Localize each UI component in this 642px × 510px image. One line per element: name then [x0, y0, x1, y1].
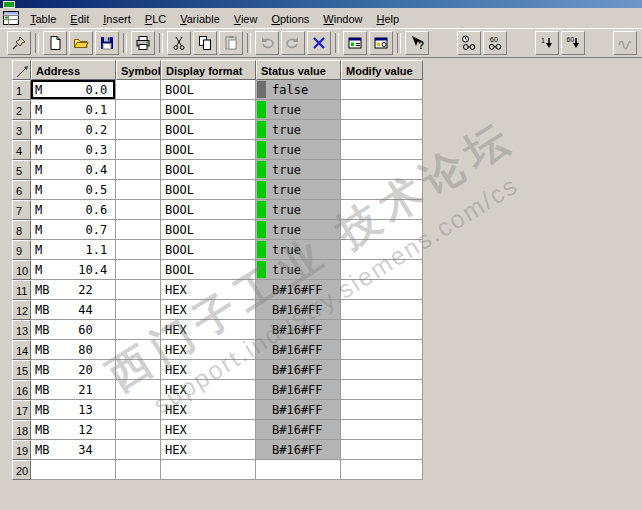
- row-number[interactable]: 7: [12, 200, 31, 220]
- symbol-cell[interactable]: [116, 360, 161, 380]
- address-cell[interactable]: M 0.5: [31, 180, 116, 200]
- column-header-symbol[interactable]: Symbol: [116, 60, 161, 80]
- display-format-cell[interactable]: BOOL: [161, 80, 256, 100]
- symbol-cell[interactable]: [116, 160, 161, 180]
- row-number[interactable]: 19: [12, 440, 31, 460]
- modify-value-cell[interactable]: [341, 440, 423, 460]
- display-format-cell[interactable]: BOOL: [161, 240, 256, 260]
- status-value-cell[interactable]: B#16#FF: [256, 420, 341, 440]
- column-header-display-format[interactable]: Display format: [161, 60, 256, 80]
- row-number[interactable]: 20: [12, 460, 31, 480]
- status-value-cell[interactable]: B#16#FF: [256, 400, 341, 420]
- symbol-cell[interactable]: [116, 240, 161, 260]
- status-value-cell[interactable]: true: [256, 120, 341, 140]
- row-number[interactable]: 8: [12, 220, 31, 240]
- status-value-cell[interactable]: B#16#FF: [256, 320, 341, 340]
- symbol-cell[interactable]: [116, 340, 161, 360]
- address-cell[interactable]: M 0.2: [31, 120, 116, 140]
- display-format-cell[interactable]: HEX: [161, 420, 256, 440]
- row-number[interactable]: 5: [12, 160, 31, 180]
- row-number[interactable]: 4: [12, 140, 31, 160]
- address-cell[interactable]: [31, 460, 116, 480]
- symbol-cell[interactable]: [116, 320, 161, 340]
- row-number[interactable]: 10: [12, 260, 31, 280]
- trigger-window-button[interactable]: [369, 31, 393, 55]
- modify-value-cell[interactable]: [341, 280, 423, 300]
- display-format-cell[interactable]: BOOL: [161, 160, 256, 180]
- display-format-cell[interactable]: BOOL: [161, 140, 256, 160]
- modify-value-cell[interactable]: [341, 100, 423, 120]
- status-value-cell[interactable]: true: [256, 260, 341, 280]
- new-button[interactable]: [43, 31, 67, 55]
- address-cell[interactable]: MB 13: [31, 400, 116, 420]
- symbol-cell[interactable]: [116, 440, 161, 460]
- symbol-cell[interactable]: [116, 100, 161, 120]
- pin-button[interactable]: [7, 31, 31, 55]
- row-number[interactable]: 11: [12, 280, 31, 300]
- status-value-cell[interactable]: B#16#FF: [256, 300, 341, 320]
- modify-value-cell[interactable]: [341, 160, 423, 180]
- modify-value-cell[interactable]: [341, 200, 423, 220]
- symbol-cell[interactable]: [116, 220, 161, 240]
- display-format-cell[interactable]: HEX: [161, 340, 256, 360]
- cut-button[interactable]: [167, 31, 191, 55]
- symbol-cell[interactable]: [116, 280, 161, 300]
- status-value-cell[interactable]: true: [256, 100, 341, 120]
- column-header-address[interactable]: Address: [31, 60, 116, 80]
- vat-window-icon[interactable]: [3, 11, 19, 25]
- row-number[interactable]: 17: [12, 400, 31, 420]
- modify-value-cell[interactable]: [341, 360, 423, 380]
- status-value-cell[interactable]: B#16#FF: [256, 380, 341, 400]
- address-cell[interactable]: M 10.4: [31, 260, 116, 280]
- row-number[interactable]: 12: [12, 300, 31, 320]
- status-value-cell[interactable]: B#16#FF: [256, 280, 341, 300]
- monitor-once-button[interactable]: [457, 31, 481, 55]
- address-cell[interactable]: MB 60: [31, 320, 116, 340]
- address-cell[interactable]: M 0.7: [31, 220, 116, 240]
- row-number[interactable]: 14: [12, 340, 31, 360]
- display-format-cell[interactable]: BOOL: [161, 200, 256, 220]
- status-value-cell[interactable]: B#16#FF: [256, 340, 341, 360]
- modify-value-cell[interactable]: [341, 300, 423, 320]
- address-cell[interactable]: MB 21: [31, 380, 116, 400]
- status-value-cell[interactable]: false: [256, 80, 341, 100]
- copy-button[interactable]: [193, 31, 217, 55]
- display-format-cell[interactable]: HEX: [161, 280, 256, 300]
- symbol-cell[interactable]: [116, 80, 161, 100]
- symbol-cell[interactable]: [116, 460, 161, 480]
- status-value-cell[interactable]: B#16#FF: [256, 360, 341, 380]
- row-number[interactable]: 9: [12, 240, 31, 260]
- address-cell[interactable]: MB 80: [31, 340, 116, 360]
- status-value-cell[interactable]: true: [256, 180, 341, 200]
- menu-item-variable[interactable]: Variable: [173, 11, 227, 27]
- modify-value-cell[interactable]: [341, 320, 423, 340]
- display-format-cell[interactable]: BOOL: [161, 220, 256, 240]
- row-number[interactable]: 2: [12, 100, 31, 120]
- display-format-cell[interactable]: [161, 460, 256, 480]
- row-number[interactable]: 6: [12, 180, 31, 200]
- modify-once-button[interactable]: 1: [535, 31, 559, 55]
- menu-item-insert[interactable]: Insert: [96, 11, 138, 27]
- title-bar[interactable]: [0, 0, 642, 8]
- delete-button[interactable]: [307, 31, 331, 55]
- enable-peripheral-outputs-button[interactable]: [613, 31, 637, 55]
- print-button[interactable]: [131, 31, 155, 55]
- display-format-cell[interactable]: HEX: [161, 360, 256, 380]
- modify-value-cell[interactable]: [341, 140, 423, 160]
- display-format-cell[interactable]: HEX: [161, 320, 256, 340]
- column-header-modify-value[interactable]: Modify value: [341, 60, 423, 80]
- address-cell[interactable]: MB 12: [31, 420, 116, 440]
- menu-item-help[interactable]: Help: [369, 11, 406, 27]
- address-cell[interactable]: MB 34: [31, 440, 116, 460]
- row-number[interactable]: 18: [12, 420, 31, 440]
- status-value-cell[interactable]: true: [256, 220, 341, 240]
- menu-item-plc[interactable]: PLC: [138, 11, 173, 27]
- modify-value-cell[interactable]: [341, 260, 423, 280]
- paste-button[interactable]: [219, 31, 243, 55]
- status-value-cell[interactable]: [256, 460, 341, 480]
- menu-item-table[interactable]: Table: [23, 11, 63, 27]
- symbol-cell[interactable]: [116, 300, 161, 320]
- display-format-cell[interactable]: HEX: [161, 380, 256, 400]
- symbol-cell[interactable]: [116, 120, 161, 140]
- status-value-cell[interactable]: B#16#FF: [256, 440, 341, 460]
